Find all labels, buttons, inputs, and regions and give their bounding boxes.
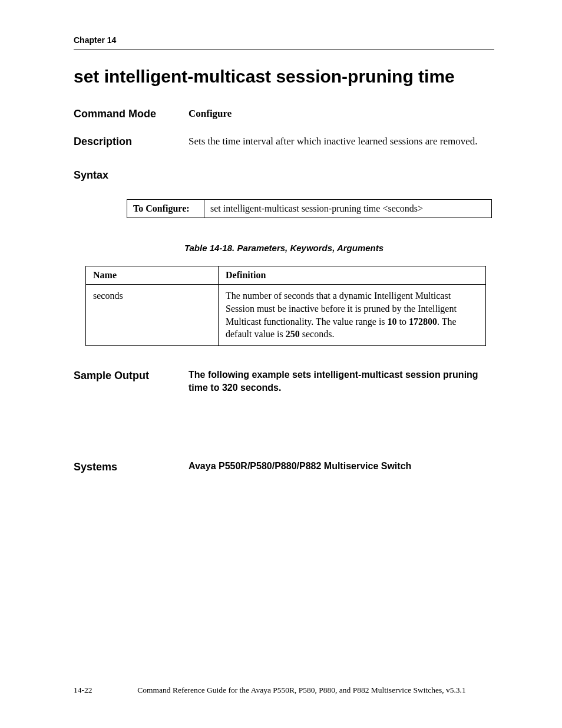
syntax-row: To Configure: set intelligent-multicast … — [127, 200, 492, 218]
systems-value: Avaya P550R/P580/P880/P882 Multiservice … — [189, 460, 494, 475]
footer-page-number: 14-22 — [74, 686, 109, 695]
sample-output-row: Sample Output The following example sets… — [74, 368, 494, 395]
chapter-label: Chapter 14 — [74, 35, 116, 45]
syntax-label: Syntax — [74, 169, 494, 182]
param-name-cell: seconds — [86, 285, 219, 345]
param-header-definition: Definition — [219, 266, 486, 285]
param-table-header-row: Name Definition — [86, 266, 486, 285]
command-mode-row: Command Mode Configure — [74, 107, 494, 121]
footer-doc-title: Command Reference Guide for the Avaya P5… — [109, 686, 494, 695]
command-mode-label: Command Mode — [74, 107, 189, 121]
description-row: Description Sets the time interval after… — [74, 134, 494, 149]
def-bold3: 250 — [286, 329, 300, 339]
page-container: Chapter 14 set intelligent-multicast ses… — [0, 0, 562, 728]
def-mid1: to — [397, 317, 409, 327]
def-post: seconds. — [300, 329, 335, 339]
description-label: Description — [74, 134, 189, 149]
def-bold1: 10 — [388, 317, 397, 327]
page-footer: 14-22 Command Reference Guide for the Av… — [74, 686, 494, 695]
param-table-caption: Table 14-18. Parameters, Keywords, Argum… — [74, 243, 494, 253]
command-title: set intelligent-multicast session-prunin… — [74, 67, 494, 87]
def-bold2: 172800 — [409, 317, 437, 327]
param-table: Name Definition seconds The number of se… — [85, 266, 486, 345]
command-mode-value: Configure — [189, 107, 494, 121]
systems-row: Systems Avaya P550R/P580/P880/P882 Multi… — [74, 460, 494, 475]
sample-output-label: Sample Output — [74, 368, 189, 395]
syntax-table: To Configure: set intelligent-multicast … — [127, 199, 492, 218]
sample-output-value: The following example sets intelligent-m… — [189, 368, 494, 395]
param-table-row: seconds The number of seconds that a dyn… — [86, 285, 486, 345]
description-value: Sets the time interval after which inact… — [189, 134, 494, 149]
param-header-name: Name — [86, 266, 219, 285]
syntax-to-configure-label: To Configure: — [127, 200, 204, 218]
page-header: Chapter 14 — [74, 35, 494, 50]
systems-label: Systems — [74, 460, 189, 475]
param-definition-cell: The number of seconds that a dynamic Int… — [219, 285, 486, 345]
syntax-to-configure-value: set intelligent-multicast session-prunin… — [204, 200, 492, 218]
